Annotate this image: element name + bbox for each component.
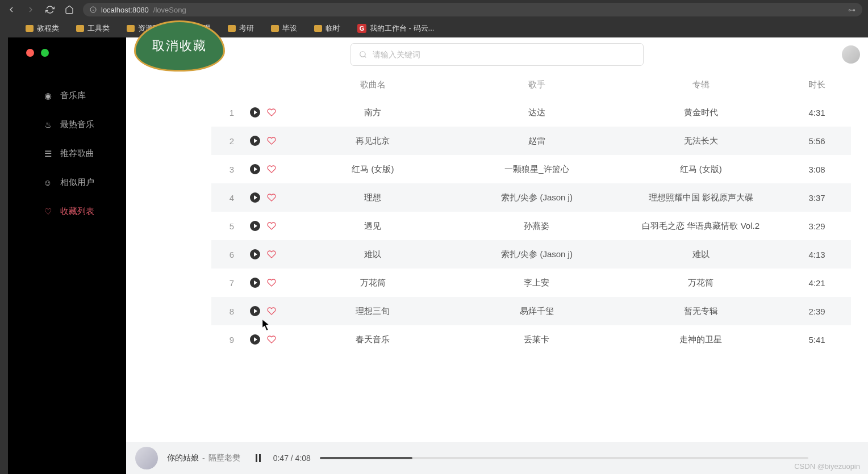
search-box[interactable] (350, 43, 644, 66)
play-button[interactable] (250, 278, 260, 288)
table-row[interactable]: 8理想三旬易烊千玺暂无专辑2:39 (211, 297, 851, 325)
cell-duration: 4:31 (783, 108, 851, 118)
table-row[interactable]: 6难以索扎/尖参 (Jason j)难以4:13 (211, 240, 851, 269)
sidebar-item-hot[interactable]: ♨ 最热音乐 (8, 110, 126, 139)
heart-icon[interactable] (267, 193, 276, 202)
cell-album: 红马 (女版) (619, 164, 783, 175)
table-header: 歌曲名 歌手 专辑 时长 (211, 72, 851, 98)
table-row[interactable]: 3红马 (女版)一颗狼星_许篮心红马 (女版)3:08 (211, 155, 851, 183)
play-button[interactable] (250, 306, 260, 316)
col-album: 专辑 (619, 79, 783, 90)
bookmark-item[interactable]: 临时 (314, 23, 340, 33)
heart-icon[interactable] (267, 335, 276, 344)
maximize-dot[interactable] (41, 49, 49, 57)
folder-icon (271, 25, 279, 32)
cell-album: 万花筒 (619, 278, 783, 288)
track-artist-prefix: - (202, 454, 205, 463)
cell-album: 理想照耀中国 影视原声大碟 (619, 192, 783, 203)
cell-song: 再见北京 (291, 136, 455, 146)
table-row[interactable]: 7万花筒李上安万花筒4:21 (211, 269, 851, 297)
heart-icon[interactable] (267, 250, 276, 259)
url-host: localhost:8080 (101, 6, 149, 14)
cell-artist: 丢莱卡 (455, 334, 619, 345)
row-actions (245, 107, 291, 118)
heart-icon[interactable] (267, 307, 276, 316)
back-button[interactable] (6, 4, 17, 15)
row-index: 1 (211, 108, 245, 118)
bookmark-item[interactable]: 考研 (228, 23, 254, 33)
bookmark-label: 我的工作台 - 码云... (370, 23, 434, 33)
play-button[interactable] (250, 249, 260, 259)
browser-nav-bar: localhost:8080/loveSong ⊶ (0, 0, 868, 19)
bookmark-item[interactable]: G我的工作台 - 码云... (357, 23, 434, 33)
pause-button[interactable] (253, 452, 264, 464)
main-content: 取消收藏 歌曲名 歌手 专辑 时长 1南方达达黄金时代4:312再见北京赵雷无法… (126, 37, 868, 474)
play-button[interactable] (250, 221, 260, 231)
table-row[interactable]: 1南方达达黄金时代4:31 (211, 98, 851, 127)
cell-song: 难以 (291, 249, 455, 260)
avatar[interactable] (842, 45, 860, 64)
track-artist: 隔壁老樊 (208, 453, 240, 463)
home-button[interactable] (64, 4, 75, 15)
table-row[interactable]: 4理想索扎/尖参 (Jason j)理想照耀中国 影视原声大碟3:37 (211, 183, 851, 212)
album-cover[interactable] (135, 447, 158, 469)
play-button[interactable] (250, 334, 260, 345)
col-song: 歌曲名 (291, 79, 455, 90)
cell-album: 黄金时代 (619, 107, 783, 118)
heart-icon[interactable] (267, 221, 276, 230)
heart-icon[interactable] (267, 136, 276, 145)
row-actions (245, 136, 291, 146)
play-button[interactable] (250, 136, 260, 146)
sidebar-item-label: 最热音乐 (60, 119, 94, 130)
cell-duration: 3:37 (783, 193, 851, 203)
tooltip-label: 取消收藏 (134, 20, 225, 72)
row-index: 3 (211, 165, 245, 174)
cell-artist: 孙燕姿 (455, 221, 619, 232)
cell-artist: 索扎/尖参 (Jason j) (455, 249, 619, 260)
bookmark-label: 考研 (239, 23, 254, 33)
search-icon (359, 51, 367, 58)
progress-bar[interactable] (320, 457, 808, 459)
sidebar-item-recommend[interactable]: ☰ 推荐歌曲 (8, 139, 126, 168)
cell-duration: 2:39 (783, 307, 851, 316)
forward-button[interactable] (25, 4, 36, 15)
info-icon (90, 6, 97, 13)
table-row[interactable]: 2再见北京赵雷无法长大5:56 (211, 127, 851, 155)
bookmark-item[interactable]: 毕设 (271, 23, 297, 33)
song-table-container: 歌曲名 歌手 专辑 时长 1南方达达黄金时代4:312再见北京赵雷无法长大5:5… (126, 72, 868, 474)
play-button[interactable] (250, 107, 260, 118)
bookmark-item[interactable]: 工具类 (76, 23, 110, 33)
play-button[interactable] (250, 192, 260, 203)
close-dot[interactable] (26, 49, 34, 57)
row-actions (245, 249, 291, 259)
cell-duration: 5:41 (783, 335, 851, 345)
player-bar: 你的姑娘 - 隔壁老樊 0:47 / 4:08 (126, 442, 868, 474)
search-input[interactable] (373, 50, 635, 59)
bookmark-item[interactable]: 教程类 (26, 23, 59, 33)
sidebar-item-library[interactable]: ◉ 音乐库 (8, 81, 126, 110)
row-actions (245, 334, 291, 345)
row-actions (245, 278, 291, 288)
sidebar-item-favorites[interactable]: ♡ 收藏列表 (8, 197, 126, 226)
heart-icon[interactable] (267, 165, 276, 174)
sidebar-item-label: 音乐库 (60, 90, 86, 101)
play-button[interactable] (250, 164, 260, 174)
row-index: 6 (211, 250, 245, 259)
cell-artist: 易烊千玺 (455, 306, 619, 317)
sidebar-item-label: 推荐歌曲 (60, 148, 94, 159)
url-bar[interactable]: localhost:8080/loveSong ⊶ (83, 3, 862, 16)
table-row[interactable]: 9春天音乐丢莱卡走神的卫星5:41 (211, 325, 851, 354)
reload-button[interactable] (44, 4, 56, 15)
table-row[interactable]: 5遇见孙燕姿白羽毛之恋 华语典藏情歌 Vol.23:29 (211, 212, 851, 240)
heart-icon[interactable] (267, 278, 276, 287)
bookmark-label: 毕设 (282, 23, 297, 33)
key-icon[interactable]: ⊶ (848, 6, 856, 14)
cell-artist: 一颗狼星_许篮心 (455, 164, 619, 175)
sidebar-item-label: 收藏列表 (60, 206, 94, 217)
nav-list: ◉ 音乐库 ♨ 最热音乐 ☰ 推荐歌曲 ☺ 相似用户 ♡ 收藏列表 (8, 81, 126, 226)
cell-artist: 达达 (455, 107, 619, 118)
tooltip-cloud: 取消收藏 (134, 20, 225, 72)
sidebar-item-similar-users[interactable]: ☺ 相似用户 (8, 168, 126, 197)
cell-album: 走神的卫星 (619, 334, 783, 345)
heart-icon[interactable] (267, 108, 276, 117)
